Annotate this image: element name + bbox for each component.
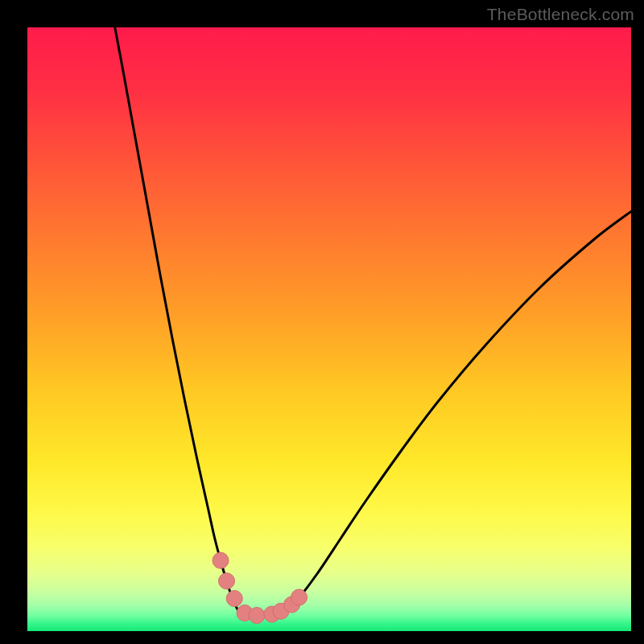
left-curve — [115, 27, 239, 612]
right-curve — [287, 212, 632, 612]
valley-markers — [213, 552, 308, 623]
marker-dot — [291, 589, 308, 605]
chart-frame: TheBottleneck.com — [0, 0, 644, 644]
watermark-text: TheBottleneck.com — [487, 5, 634, 24]
marker-dot — [249, 608, 265, 624]
plot-area — [27, 27, 631, 631]
marker-dot — [226, 591, 242, 607]
marker-dot — [219, 573, 235, 589]
marker-dot — [213, 552, 229, 568]
curves-layer — [27, 27, 631, 631]
